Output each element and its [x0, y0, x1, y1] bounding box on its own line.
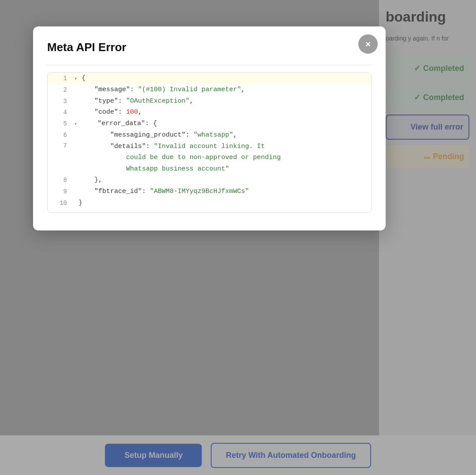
line-num-10: 10: [48, 197, 74, 209]
code-line-5: 5 ▾ "error_data": {: [48, 118, 371, 130]
code-content-9: "fbtrace_id": "ABWM8-IMYyqz9BcHJfxmWCs": [75, 186, 371, 197]
code-content-10: }: [75, 197, 371, 209]
code-line-2: 2 "message": "(#100) Invalid parameter",: [48, 84, 371, 96]
code-content-5: "error_data": {: [78, 118, 371, 130]
line-num-6: 6: [48, 130, 74, 141]
line-num-4: 4: [48, 107, 74, 118]
code-line-7: 7 "details": "Invalid account linking. I…: [48, 141, 371, 175]
code-line-9: 9 "fbtrace_id": "ABWM8-IMYyqz9BcHJfxmWCs…: [48, 186, 371, 197]
modal-divider: [47, 65, 372, 65]
code-line-6: 6 "messaging_product": "whatsapp",: [48, 130, 371, 141]
code-line-10: 10 }: [48, 197, 371, 209]
line-num-1: 1: [48, 73, 74, 84]
code-content-7: "details": "Invalid account linking. It …: [75, 141, 371, 175]
code-content-2: "message": "(#100) Invalid parameter",: [75, 84, 371, 96]
code-line-8: 8 },: [48, 174, 371, 186]
code-content-8: },: [75, 174, 371, 186]
code-line-1: 1 ▾ {: [48, 73, 371, 84]
code-content-3: "type": "OAuthException",: [75, 96, 371, 107]
line-arrow-5: ▾: [74, 118, 77, 129]
line-num-3: 3: [48, 96, 74, 107]
code-line-3: 3 "type": "OAuthException",: [48, 96, 371, 107]
modal-close-button[interactable]: ×: [358, 34, 378, 54]
line-num-5: 5: [48, 118, 74, 130]
line-num-8: 8: [48, 174, 74, 186]
modal-title: Meta API Error: [47, 41, 372, 54]
line-num-2: 2: [48, 84, 74, 96]
code-content-1: {: [78, 73, 371, 84]
line-num-7: 7: [48, 141, 74, 152]
code-line-4: 4 "code": 100,: [48, 107, 371, 118]
modal-overlay: Meta API Error × 1 ▾ { 2 "message": "(#1…: [0, 0, 476, 475]
line-num-9: 9: [48, 186, 74, 197]
code-block: 1 ▾ { 2 "message": "(#100) Invalid param…: [47, 72, 372, 213]
code-content-4: "code": 100,: [75, 107, 371, 118]
code-content-6: "messaging_product": "whatsapp",: [75, 130, 371, 141]
modal-dialog: Meta API Error × 1 ▾ { 2 "message": "(#1…: [33, 26, 386, 230]
line-arrow-1: ▾: [74, 73, 77, 83]
